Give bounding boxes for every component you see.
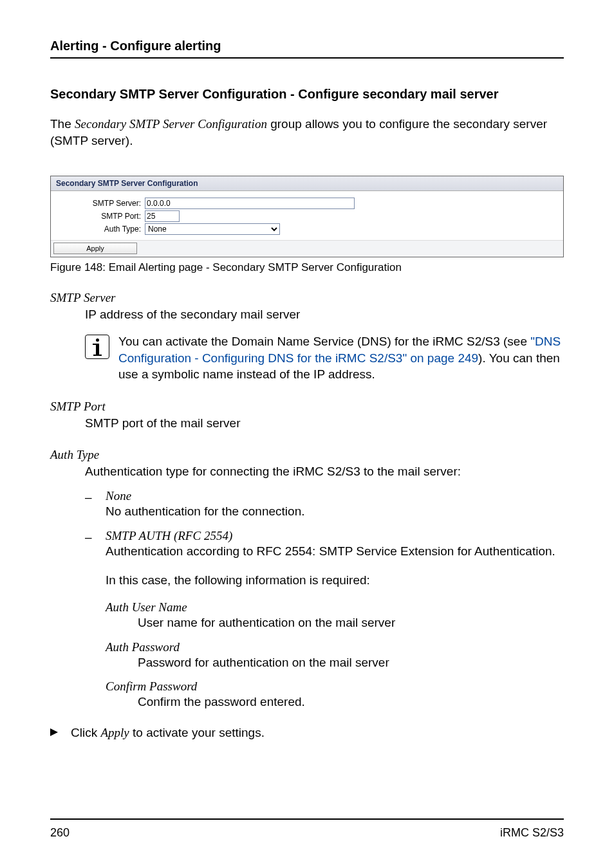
triangle-bullet-icon — [50, 725, 60, 741]
smtp-server-input[interactable] — [145, 198, 355, 209]
panel-body: SMTP Server: SMTP Port: Auth Type: None — [51, 191, 563, 240]
smtp-server-label: SMTP Server: — [56, 199, 145, 208]
term-smtp-server: SMTP Server — [50, 291, 564, 305]
figure: Secondary SMTP Server Configuration SMTP… — [50, 176, 564, 274]
panel-title: Secondary SMTP Server Configuration — [51, 176, 563, 191]
auth-type-options: – None No authentication for the connect… — [85, 489, 564, 710]
step-pre: Click — [71, 726, 100, 739]
intro-pre: The — [50, 117, 75, 131]
auth-user-desc: User name for authentication on the mail… — [138, 614, 564, 631]
auth-none-term: None — [106, 489, 564, 503]
auth-smtpauth-term: SMTP AUTH (RFC 2554) — [106, 529, 564, 543]
auth-none-desc: No authentication for the connection. — [106, 503, 564, 520]
info-text-a: You can activate the Domain Name Service… — [118, 335, 530, 348]
running-header: Alerting - Configure alerting — [50, 39, 564, 59]
instruction-step: Click Apply to activate your settings. — [50, 725, 564, 741]
svg-marker-0 — [50, 728, 58, 736]
auth-option-none: – None No authentication for the connect… — [85, 489, 564, 520]
section-intro: The Secondary SMTP Server Configuration … — [50, 116, 564, 149]
step-em: Apply — [100, 726, 129, 739]
panel-footer: Apply — [51, 240, 563, 257]
page-number: 260 — [50, 826, 70, 840]
auth-user-term: Auth User Name — [106, 600, 564, 614]
auth-type-label: Auth Type: — [56, 225, 145, 234]
auth-conf-term: Confirm Password — [106, 679, 564, 694]
dash-icon: – — [85, 529, 94, 710]
desc-auth-type: Authentication type for connecting the i… — [85, 463, 564, 480]
info-note: You can activate the Domain Name Service… — [85, 333, 564, 383]
dash-icon: – — [85, 489, 94, 520]
auth-pass-desc: Password for authentication on the mail … — [138, 654, 564, 671]
auth-pass-term: Auth Password — [106, 640, 564, 654]
auth-smtpauth-desc: Authentication according to RFC 2554: SM… — [106, 543, 564, 560]
apply-button[interactable]: Apply — [53, 243, 137, 254]
info-icon — [85, 335, 109, 359]
auth-conf-desc: Confirm the password entered. — [138, 694, 564, 710]
auth-smtpauth-para: In this case, the following information … — [106, 572, 564, 589]
desc-smtp-port: SMTP port of the mail server — [85, 415, 564, 432]
intro-em: Secondary SMTP Server Configuration — [75, 117, 267, 131]
auth-option-smtpauth: – SMTP AUTH (RFC 2554) Authentication ac… — [85, 529, 564, 710]
desc-smtp-server: IP address of the secondary mail server — [85, 306, 564, 323]
term-smtp-port: SMTP Port — [50, 400, 564, 414]
smtp-port-label: SMTP Port: — [56, 212, 145, 221]
auth-type-select[interactable]: None — [145, 223, 280, 235]
section-title: Secondary SMTP Server Configuration - Co… — [50, 87, 564, 102]
step-post: to activate your settings. — [129, 726, 265, 739]
product-name: iRMC S2/S3 — [500, 826, 564, 840]
auth-fields: Auth User Name User name for authenticat… — [106, 600, 564, 710]
smtp-port-input[interactable] — [145, 210, 180, 222]
term-auth-type: Auth Type — [50, 448, 564, 462]
page-footer: 260 iRMC S2/S3 — [50, 818, 564, 840]
figure-caption: Figure 148: Email Alerting page - Second… — [50, 261, 564, 274]
smtp-config-panel: Secondary SMTP Server Configuration SMTP… — [50, 176, 564, 257]
